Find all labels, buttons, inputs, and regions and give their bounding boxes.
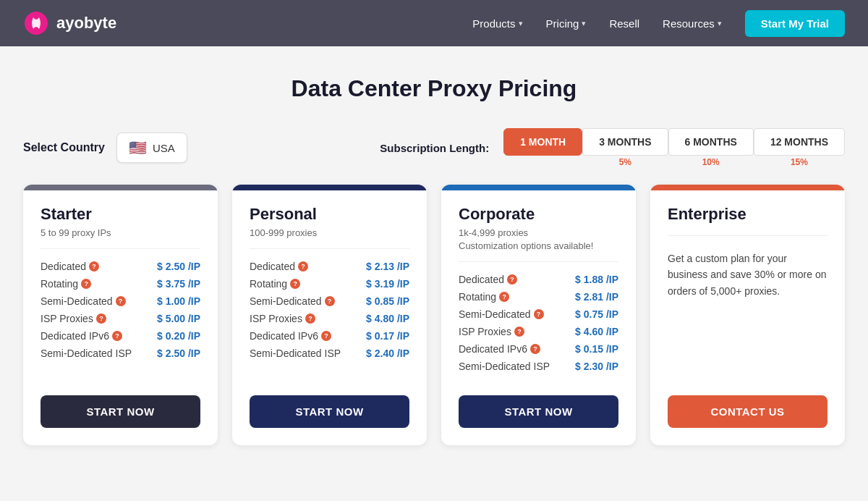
card-top-bar: [441, 185, 636, 190]
price-row: Rotating ?$ 3.75 /IP: [41, 278, 200, 290]
price-label: Dedicated IPv6 ?: [41, 330, 122, 342]
subscription-option: 6 MONTHS10%: [668, 128, 754, 167]
info-icon[interactable]: ?: [321, 331, 331, 341]
price-label: Dedicated ?: [250, 261, 308, 272]
start-now-button[interactable]: START NOW: [250, 395, 409, 428]
info-icon[interactable]: ?: [89, 261, 99, 271]
info-icon[interactable]: ?: [81, 279, 91, 289]
card-footer: CONTACT US: [650, 384, 845, 445]
price-value: $ 1.00 /IP: [157, 295, 200, 307]
start-trial-button[interactable]: Start My Trial: [745, 10, 845, 37]
price-value: $ 3.19 /IP: [366, 278, 409, 290]
logo-text: ayobyte: [56, 14, 116, 33]
info-icon[interactable]: ?: [116, 296, 126, 306]
navbar: ayobyte Products ▾ Pricing ▾ Resell Reso…: [0, 0, 868, 46]
card-subtitle: 1k-4,999 proxies: [459, 227, 618, 240]
flag-icon: 🇺🇸: [129, 139, 147, 156]
subscription-label: Subscription Length:: [380, 142, 489, 154]
nav-resources[interactable]: Resources ▾: [663, 17, 722, 30]
price-label: Semi-Dedicated ?: [41, 295, 126, 307]
card-prices: Dedicated ?$ 2.50 /IPRotating ?$ 3.75 /I…: [23, 249, 218, 384]
info-icon[interactable]: ?: [96, 313, 106, 324]
info-icon[interactable]: ?: [112, 331, 122, 341]
subscription-btn-1-month[interactable]: 1 MONTH: [503, 128, 582, 156]
card-top-bar: [232, 185, 427, 190]
nav-links: Products ▾ Pricing ▾ Resell Resources ▾: [472, 17, 721, 30]
price-row: Dedicated IPv6 ?$ 0.20 /IP: [41, 330, 200, 342]
subscription-options: 1 MONTH3 MONTHS5%6 MONTHS10%12 MONTHS15%: [503, 128, 845, 167]
price-row: Dedicated ?$ 1.88 /IP: [459, 274, 618, 285]
card-header: Starter5 to 99 proxy IPs: [23, 190, 218, 248]
price-row: Semi-Dedicated ISP $ 2.40 /IP: [250, 348, 409, 359]
price-label: Rotating ?: [250, 278, 300, 290]
price-label: Semi-Dedicated ?: [459, 308, 544, 320]
discount-tag: 15%: [791, 157, 808, 167]
info-icon[interactable]: ?: [290, 279, 300, 289]
price-row: Rotating ?$ 3.19 /IP: [250, 278, 409, 290]
subscription-selector: Subscription Length: 1 MONTH3 MONTHS5%6 …: [380, 128, 845, 167]
price-value: $ 5.00 /IP: [157, 313, 200, 324]
card-plan-name: Personal: [250, 205, 409, 224]
card-plan-name: Enterprise: [668, 205, 827, 224]
info-icon[interactable]: ?: [530, 344, 540, 354]
price-row: Dedicated IPv6 ?$ 0.17 /IP: [250, 330, 409, 342]
price-value: $ 0.85 /IP: [366, 295, 409, 307]
main-content: Data Center Proxy Pricing Select Country…: [0, 46, 868, 474]
price-value: $ 2.50 /IP: [157, 348, 200, 359]
price-label: Semi-Dedicated ISP: [41, 348, 132, 359]
chevron-down-icon: ▾: [519, 19, 523, 28]
pricing-cards: Starter5 to 99 proxy IPsDedicated ?$ 2.5…: [23, 185, 845, 445]
page-title: Data Center Proxy Pricing: [23, 75, 845, 102]
enterprise-description: Get a custom plan for your business and …: [650, 236, 845, 384]
info-icon[interactable]: ?: [534, 309, 544, 319]
price-label: Semi-Dedicated ISP: [459, 361, 550, 372]
price-label: Dedicated IPv6 ?: [250, 330, 331, 342]
info-icon[interactable]: ?: [507, 274, 517, 285]
info-icon[interactable]: ?: [325, 296, 335, 306]
price-value: $ 0.20 /IP: [157, 330, 200, 342]
subscription-option: 1 MONTH: [503, 128, 582, 156]
price-label: Rotating ?: [41, 278, 91, 290]
subscription-option: 3 MONTHS5%: [582, 128, 668, 167]
info-icon[interactable]: ?: [514, 327, 524, 337]
info-icon[interactable]: ?: [499, 292, 509, 302]
price-value: $ 2.81 /IP: [575, 291, 618, 303]
price-label: Semi-Dedicated ?: [250, 295, 335, 307]
price-label: Dedicated ?: [41, 261, 99, 272]
price-row: ISP Proxies ?$ 5.00 /IP: [41, 313, 200, 324]
subscription-btn-6-months[interactable]: 6 MONTHS: [668, 128, 754, 156]
country-select-button[interactable]: 🇺🇸 USA: [116, 132, 187, 163]
info-icon[interactable]: ?: [305, 313, 315, 324]
card-subtitle2: Customization options available!: [459, 240, 618, 253]
nav-resell[interactable]: Resell: [609, 17, 639, 30]
subscription-btn-3-months[interactable]: 3 MONTHS: [582, 128, 668, 156]
start-now-button[interactable]: START NOW: [459, 395, 618, 428]
start-now-button[interactable]: START NOW: [41, 395, 200, 428]
price-label: ISP Proxies ?: [459, 326, 524, 337]
pricing-card-personal: Personal100-999 proxiesDedicated ?$ 2.13…: [232, 185, 427, 445]
price-row: ISP Proxies ?$ 4.80 /IP: [250, 313, 409, 324]
subscription-btn-12-months[interactable]: 12 MONTHS: [754, 128, 845, 156]
nav-pricing[interactable]: Pricing ▾: [546, 17, 587, 30]
price-label: ISP Proxies ?: [250, 313, 315, 324]
card-subtitle: 5 to 99 proxy IPs: [41, 227, 200, 240]
discount-tag: 10%: [702, 157, 720, 167]
card-prices: Dedicated ?$ 1.88 /IPRotating ?$ 2.81 /I…: [441, 262, 636, 384]
filter-row: Select Country 🇺🇸 USA Subscription Lengt…: [23, 128, 845, 167]
select-country-label: Select Country: [23, 141, 105, 154]
subscription-option: 12 MONTHS15%: [754, 128, 845, 167]
info-icon[interactable]: ?: [298, 261, 308, 271]
chevron-down-icon: ▾: [582, 19, 586, 28]
price-value: $ 0.17 /IP: [366, 330, 409, 342]
card-footer: START NOW: [232, 384, 427, 445]
logo-icon: [23, 10, 49, 36]
contact-us-button[interactable]: CONTACT US: [668, 395, 827, 428]
price-value: $ 4.80 /IP: [366, 313, 409, 324]
price-label: Dedicated IPv6 ?: [459, 343, 540, 355]
price-value: $ 2.50 /IP: [157, 261, 200, 272]
card-top-bar: [23, 185, 218, 190]
price-value: $ 2.30 /IP: [575, 361, 618, 372]
pricing-card-starter: Starter5 to 99 proxy IPsDedicated ?$ 2.5…: [23, 185, 218, 445]
nav-products[interactable]: Products ▾: [472, 17, 522, 30]
price-row: Dedicated ?$ 2.13 /IP: [250, 261, 409, 272]
